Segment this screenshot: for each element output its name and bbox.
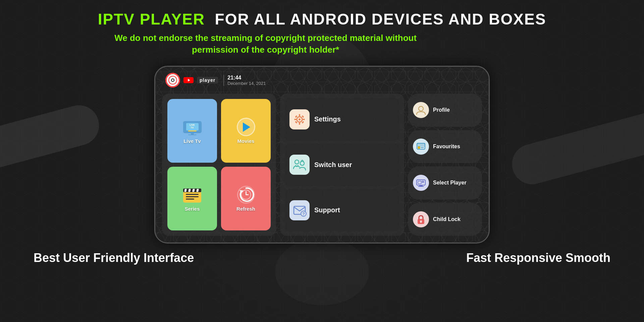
svg-rect-33 [299,114,300,116]
player-badge: player [197,77,218,84]
select-player-label: Select Player [433,180,467,186]
profile-label: Profile [433,107,450,113]
svg-rect-34 [299,122,300,125]
play-circle [237,118,255,136]
svg-point-32 [299,118,301,120]
movies-label: Movies [237,138,255,144]
svg-text:LIVE: LIVE [190,124,195,126]
live-tv-label: Live Tv [183,138,201,144]
favourites-label: Favourites [433,144,460,150]
support-icon: ? [292,204,307,217]
footer-right-text: Fast Responsive Smooth [466,251,610,265]
play-triangle-icon [243,122,250,132]
device-mockup: player 21:44 December 14, 2021 LIVE TV [154,66,490,244]
settings-label: Settings [314,115,341,123]
footer-left-text: Best User Friendly Interface [34,251,194,265]
svg-rect-20 [186,199,194,200]
subtitle-text: We do not endorse the streaming of copyr… [98,32,433,56]
svg-rect-61 [421,221,422,223]
movies-icon [234,118,258,136]
refresh-label: Refresh [236,206,255,212]
movies-tile[interactable]: Movies [221,99,271,163]
svg-point-47 [419,106,423,111]
favourites-icon [416,142,426,152]
svg-rect-16 [188,135,197,135]
page-content: IPTV PLAYER FOR ALL ANDROID DEVICES AND … [0,0,644,322]
app-logo [165,73,180,88]
switch-user-icon [292,158,307,171]
svg-rect-54 [418,181,421,184]
switch-user-label: Switch user [314,161,352,169]
live-tv-tile[interactable]: LIVE TV Live Tv [167,99,217,163]
svg-text:TV: TV [191,126,194,129]
settings-icon [293,113,306,126]
svg-rect-18 [186,194,199,195]
favourites-icon-container [413,139,429,155]
profile-icon [416,105,426,115]
child-lock-button[interactable]: Child Lock [408,203,482,236]
svg-rect-36 [303,119,305,120]
support-icon-container: ? [289,200,310,220]
main-menu-panel: LIVE TV Live Tv [162,94,276,236]
profile-icon-container [413,102,429,118]
center-menu-panel: Settings [280,94,404,236]
refresh-icon [234,185,258,204]
clock-time: 21:44 [227,75,266,81]
device-content: LIVE TV Live Tv [162,94,482,236]
support-row[interactable]: ? Support [285,189,399,231]
refresh-tile[interactable]: Refresh [221,167,271,230]
footer: Best User Friendly Interface Fast Respon… [0,251,644,265]
svg-rect-49 [417,144,425,146]
title-white-part: FOR ALL ANDROID DEVICES AND BOXES [215,10,546,28]
profile-button[interactable]: Profile [408,94,482,127]
svg-point-56 [423,181,423,182]
settings-row[interactable]: Settings [285,98,399,140]
svg-point-51 [419,147,420,148]
select-player-button[interactable]: Select Player [408,166,482,200]
series-icon [180,185,204,204]
child-lock-label: Child Lock [433,216,461,222]
switch-user-icon-container [289,155,310,175]
header: IPTV PLAYER FOR ALL ANDROID DEVICES AND … [98,0,546,56]
status-bar: player 21:44 December 14, 2021 [165,73,266,88]
title-green-part: IPTV PLAYER [98,10,205,28]
select-player-icon [416,178,426,188]
svg-rect-19 [186,196,199,197]
time-info: 21:44 December 14, 2021 [223,75,266,86]
svg-rect-57 [419,185,423,186]
favourites-button[interactable]: Favourites [408,130,482,163]
switch-user-row[interactable]: Switch user [285,144,399,186]
svg-rect-15 [191,133,194,135]
support-label: Support [314,206,340,214]
select-player-icon-container [413,175,429,191]
svg-rect-14 [188,130,197,131]
series-tile[interactable]: Series [167,167,217,230]
series-label: Series [184,206,200,212]
svg-rect-58 [418,186,424,187]
youtube-badge [183,77,194,83]
svg-point-42 [300,161,304,165]
current-date: December 14, 2021 [227,81,266,86]
main-title: IPTV PLAYER FOR ALL ANDROID DEVICES AND … [98,10,546,28]
side-menu-panel: Profile Favourites [408,94,482,236]
svg-point-41 [295,160,299,164]
svg-rect-52 [421,147,424,148]
svg-text:?: ? [302,211,305,216]
child-lock-icon [416,214,426,224]
svg-point-7 [172,79,174,81]
live-tv-icon: LIVE TV [180,118,204,136]
child-lock-icon-container [413,211,429,227]
settings-icon-container [289,109,310,129]
svg-rect-35 [294,119,297,120]
